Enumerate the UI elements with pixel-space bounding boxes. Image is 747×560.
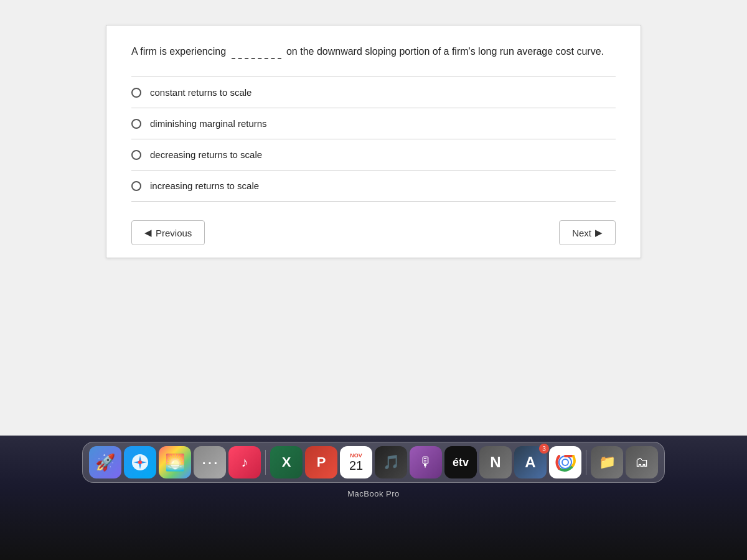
- radio-4[interactable]: [131, 181, 141, 191]
- dock-icon-appletv[interactable]: étv: [444, 446, 477, 478]
- option-item-2[interactable]: diminishing marginal returns: [131, 108, 616, 139]
- radio-2[interactable]: [131, 119, 141, 129]
- mac-bottom-area: 🚀 🌅 ⋯ ♪ X P NOV 21 🎵: [0, 436, 747, 560]
- nav-row: ◀ Previous Next ▶: [106, 208, 641, 258]
- quiz-area: A firm is experiencing on the downward s…: [0, 0, 747, 436]
- next-arrow-icon: ▶: [595, 227, 603, 238]
- dock-divider-2: [586, 450, 586, 475]
- question-blank: [232, 58, 281, 59]
- badge-textutil: 3: [539, 444, 549, 454]
- dock-icon-itunes[interactable]: 🎵: [375, 446, 407, 478]
- svg-point-2: [138, 460, 142, 464]
- option-item-4[interactable]: increasing returns to scale: [131, 170, 616, 202]
- calendar-day: 21: [349, 459, 363, 472]
- question-text-before: A firm is experiencing: [131, 46, 226, 57]
- option-label-2: diminishing marginal returns: [150, 118, 267, 129]
- options-list: constant returns to scale diminishing ma…: [131, 77, 616, 202]
- dock-icon-chrome[interactable]: [549, 446, 581, 478]
- dock-icon-messages[interactable]: ⋯: [194, 446, 226, 478]
- dock: 🚀 🌅 ⋯ ♪ X P NOV 21 🎵: [82, 442, 665, 483]
- calendar-month: NOV: [350, 452, 362, 459]
- dock-icon-misc2[interactable]: 🗂: [626, 446, 658, 478]
- dock-icon-podcast[interactable]: 🎙: [410, 446, 442, 478]
- dock-icon-misc1[interactable]: 📁: [591, 446, 623, 478]
- dock-divider-1: [265, 450, 266, 475]
- macbook-label: MacBook Pro: [347, 489, 400, 498]
- previous-label: Previous: [156, 228, 192, 238]
- dock-icon-textutil[interactable]: A 3: [514, 446, 547, 478]
- radio-1[interactable]: [131, 88, 141, 98]
- option-item-1[interactable]: constant returns to scale: [131, 77, 616, 108]
- option-label-1: constant returns to scale: [150, 87, 251, 98]
- dock-icon-excel[interactable]: X: [270, 446, 303, 478]
- option-label-3: decreasing returns to scale: [150, 149, 262, 160]
- dock-icon-music[interactable]: ♪: [228, 446, 261, 478]
- question-text: A firm is experiencing on the downward s…: [131, 44, 616, 59]
- dock-icon-calendar[interactable]: NOV 21: [340, 446, 372, 478]
- svg-point-6: [563, 460, 568, 465]
- previous-arrow-icon: ◀: [144, 227, 152, 238]
- previous-button[interactable]: ◀ Previous: [131, 220, 205, 245]
- option-item-3[interactable]: decreasing returns to scale: [131, 139, 616, 170]
- option-label-4: increasing returns to scale: [150, 180, 259, 191]
- question-text-after: on the downward sloping portion of a fir…: [286, 46, 604, 57]
- dock-icon-safari[interactable]: [124, 446, 156, 478]
- next-button[interactable]: Next ▶: [559, 220, 616, 245]
- radio-3[interactable]: [131, 150, 141, 160]
- dock-icon-rocket[interactable]: 🚀: [89, 446, 121, 478]
- next-label: Next: [572, 228, 591, 238]
- quiz-card: A firm is experiencing on the downward s…: [106, 25, 641, 258]
- dock-icon-powerpoint[interactable]: P: [305, 446, 337, 478]
- dock-icon-photos[interactable]: 🌅: [159, 446, 191, 478]
- dock-icon-notification[interactable]: N: [479, 446, 512, 478]
